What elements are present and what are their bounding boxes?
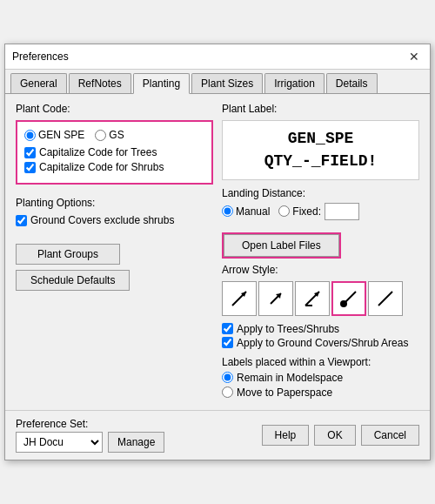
arrow-style-section: Arrow Style: — [222, 264, 419, 349]
radio-gs[interactable]: GS — [95, 129, 124, 141]
apply-trees-label: Apply to Trees/Shrubs — [237, 323, 339, 335]
landing-distance-label: Landing Distance: — [222, 187, 419, 199]
radio-manual[interactable]: Manual — [222, 205, 270, 218]
tab-irrigation[interactable]: Irrigation — [264, 73, 325, 93]
ground-covers-item: Ground Covers exclude shrubs — [16, 214, 213, 226]
arrow-style-label: Arrow Style: — [222, 264, 419, 276]
bottom-bar: Preference Set: JH Docu Manage Help OK C… — [5, 410, 430, 460]
svg-line-9 — [378, 292, 392, 306]
apply-trees-checkbox[interactable] — [222, 323, 233, 334]
preferences-window: Preferences ✕ General RefNotes Planting … — [4, 44, 431, 460]
manual-label: Manual — [236, 205, 270, 218]
titlebar: Preferences ✕ — [5, 44, 430, 70]
apply-options: Apply to Trees/Shrubs Apply to Ground Co… — [222, 323, 419, 349]
fixed-row: Fixed: — [278, 203, 359, 220]
radio-gen-spe-label: GEN SPE — [38, 129, 84, 141]
arrow-grid — [222, 281, 419, 316]
arrow-option-4[interactable] — [331, 281, 366, 316]
cap-trees-checkbox[interactable] — [24, 147, 36, 158]
ground-covers-label: Ground Covers exclude shrubs — [30, 214, 174, 226]
cap-shrubs-checkbox[interactable] — [24, 162, 36, 173]
plant-label-heading: Plant Label: — [222, 103, 419, 115]
main-content: Plant Code: GEN SPE GS Capitalize Cod — [5, 94, 430, 409]
schedule-defaults-button[interactable]: Schedule Defaults — [16, 270, 130, 291]
preview-line1: GEN_SPE — [226, 128, 415, 150]
planting-options-label: Planting Options: — [16, 197, 213, 209]
pref-set-row: JH Docu Manage — [16, 432, 164, 453]
left-panel: Plant Code: GEN SPE GS Capitalize Cod — [16, 103, 213, 400]
cap-shrubs-label: Capitalize Code for Shrubs — [39, 161, 164, 173]
help-button[interactable]: Help — [262, 425, 310, 446]
action-buttons: Plant Groups Schedule Defaults — [16, 244, 213, 291]
landing-distance-section: Landing Distance: Manual Fixed: — [222, 187, 419, 220]
tab-details[interactable]: Details — [326, 73, 378, 93]
landing-radio-row: Manual Fixed: — [222, 203, 419, 220]
fixed-value-input[interactable] — [325, 203, 359, 220]
plant-code-box: GEN SPE GS Capitalize Code for Trees Cap… — [16, 120, 213, 185]
svg-point-8 — [340, 300, 347, 307]
bottom-buttons: Help OK Cancel — [262, 425, 419, 446]
apply-trees-item: Apply to Trees/Shrubs — [222, 323, 419, 335]
arrow-option-5[interactable] — [368, 281, 403, 316]
arrow-option-3[interactable] — [295, 281, 330, 316]
open-label-files-button[interactable]: Open Label Files — [224, 234, 339, 257]
apply-ground-checkbox[interactable] — [222, 337, 233, 348]
paperspace-radio[interactable] — [222, 386, 233, 398]
radio-fixed[interactable]: Fixed: — [278, 205, 321, 218]
tab-planting[interactable]: Planting — [133, 73, 190, 94]
radio-gs-label: GS — [109, 129, 124, 141]
planting-options-section: Planting Options: Ground Covers exclude … — [16, 197, 213, 226]
cap-shrubs-item: Capitalize Code for Shrubs — [24, 161, 204, 173]
plant-code-radio-row: GEN SPE GS — [24, 129, 204, 141]
apply-ground-item: Apply to Ground Covers/Shrub Areas — [222, 337, 419, 349]
tab-general[interactable]: General — [10, 73, 67, 93]
tab-refnotes[interactable]: RefNotes — [69, 73, 131, 93]
open-label-box: Open Label Files — [222, 232, 341, 259]
cap-trees-label: Capitalize Code for Trees — [39, 146, 157, 158]
cap-trees-item: Capitalize Code for Trees — [24, 146, 204, 158]
pref-set-select[interactable]: JH Docu — [16, 432, 103, 453]
preview-line2: QTY_-_FIELD! — [226, 151, 415, 172]
pref-set-section: Preference Set: JH Docu Manage — [16, 418, 164, 453]
fixed-label: Fixed: — [292, 205, 321, 218]
tab-plant-sizes[interactable]: Plant Sizes — [191, 73, 263, 93]
radio-gen-spe[interactable]: GEN SPE — [24, 129, 84, 141]
pref-set-label: Preference Set: — [16, 418, 164, 430]
viewport-section: Labels placed within a Viewport: Remain … — [222, 356, 419, 399]
plant-label-section: Plant Label: GEN_SPE QTY_-_FIELD! — [222, 103, 419, 179]
ground-covers-checkbox[interactable] — [16, 215, 27, 226]
apply-ground-label: Apply to Ground Covers/Shrub Areas — [237, 337, 408, 349]
cancel-button[interactable]: Cancel — [361, 425, 419, 446]
tab-bar: General RefNotes Planting Plant Sizes Ir… — [5, 70, 430, 94]
modelspace-label: Remain in Modelspace — [237, 372, 343, 384]
paperspace-item: Move to Paperspace — [222, 386, 419, 399]
right-panel: Plant Label: GEN_SPE QTY_-_FIELD! Landin… — [222, 103, 419, 400]
plant-groups-button[interactable]: Plant Groups — [16, 244, 120, 265]
paperspace-label: Move to Paperspace — [237, 386, 332, 399]
arrow-option-1[interactable] — [222, 281, 257, 316]
plant-code-label: Plant Code: — [16, 103, 213, 115]
close-button[interactable]: ✕ — [405, 50, 423, 64]
ok-button[interactable]: OK — [314, 425, 355, 446]
window-title: Preferences — [12, 50, 69, 63]
manage-button[interactable]: Manage — [108, 432, 164, 453]
modelspace-radio[interactable] — [222, 372, 233, 383]
modelspace-item: Remain in Modelspace — [222, 372, 419, 384]
viewport-label: Labels placed within a Viewport: — [222, 356, 419, 368]
arrow-option-2[interactable] — [258, 281, 293, 316]
plant-label-preview: GEN_SPE QTY_-_FIELD! — [222, 120, 419, 179]
